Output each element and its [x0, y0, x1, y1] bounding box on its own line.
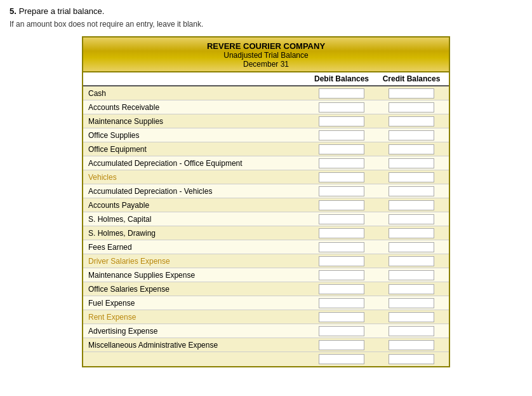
row-label: S. Holmes, Capital [86, 215, 307, 224]
company-date: December 31 [86, 60, 446, 69]
credit-input[interactable] [389, 88, 434, 99]
table-row: Vehicles [83, 170, 449, 184]
debit-cell[interactable] [307, 186, 376, 197]
data-rows: CashAccounts ReceivableMaintenance Suppl… [83, 86, 449, 352]
table-row: Office Salaries Expense [83, 282, 449, 296]
table-row: S. Holmes, Capital [83, 212, 449, 226]
credit-cell[interactable] [376, 311, 446, 323]
total-credit-cell[interactable] [376, 353, 446, 365]
credit-input[interactable] [389, 242, 434, 252]
debit-input[interactable] [319, 186, 364, 196]
debit-cell[interactable] [307, 88, 376, 99]
debit-input[interactable] [319, 116, 364, 126]
credit-cell[interactable] [376, 325, 446, 337]
debit-cell[interactable] [307, 242, 376, 253]
debit-cell[interactable] [307, 339, 376, 351]
credit-input[interactable] [389, 270, 434, 280]
debit-input[interactable] [319, 228, 364, 238]
debit-input[interactable] [319, 214, 364, 224]
table-row: Cash [83, 86, 449, 100]
credit-cell[interactable] [376, 172, 446, 183]
credit-cell[interactable] [376, 186, 446, 197]
row-label: Accounts Receivable [86, 103, 307, 112]
credit-cell[interactable] [376, 102, 446, 113]
total-debit-cell[interactable] [307, 353, 376, 365]
credit-cell[interactable] [376, 270, 446, 281]
credit-input[interactable] [389, 228, 434, 238]
credit-cell[interactable] [376, 200, 446, 211]
credit-cell[interactable] [376, 214, 446, 225]
credit-cell[interactable] [376, 242, 446, 253]
debit-cell[interactable] [307, 325, 376, 337]
debit-cell[interactable] [307, 116, 376, 127]
debit-input[interactable] [319, 340, 364, 350]
debit-cell[interactable] [307, 297, 376, 309]
credit-cell[interactable] [376, 144, 446, 155]
row-label: Office Equipment [86, 145, 307, 154]
debit-cell[interactable] [307, 102, 376, 113]
debit-cell[interactable] [307, 214, 376, 225]
credit-input[interactable] [389, 102, 434, 113]
credit-cell[interactable] [376, 116, 446, 127]
debit-cell[interactable] [307, 270, 376, 281]
debit-column-header: Debit Balances [307, 74, 376, 83]
credit-cell[interactable] [376, 88, 446, 99]
credit-input[interactable] [389, 158, 434, 168]
debit-cell[interactable] [307, 200, 376, 211]
debit-input[interactable] [319, 200, 364, 210]
debit-cell[interactable] [307, 130, 376, 141]
credit-input[interactable] [389, 214, 434, 224]
debit-cell[interactable] [307, 172, 376, 183]
credit-input[interactable] [389, 186, 434, 196]
row-label: Office Supplies [86, 131, 307, 140]
debit-input[interactable] [319, 158, 364, 168]
debit-input[interactable] [319, 270, 364, 280]
table-row: Miscellaneous Administrative Expense [83, 338, 449, 352]
debit-input[interactable] [319, 144, 364, 154]
debit-input[interactable] [319, 102, 364, 113]
credit-input[interactable] [389, 298, 434, 308]
table-row: Accounts Receivable [83, 100, 449, 114]
credit-cell[interactable] [376, 228, 446, 239]
credit-input[interactable] [389, 256, 434, 266]
table-row: S. Holmes, Drawing [83, 226, 449, 240]
credit-input[interactable] [389, 284, 434, 294]
debit-cell[interactable] [307, 311, 376, 323]
table-row: Rent Expense [83, 310, 449, 324]
debit-input[interactable] [319, 284, 364, 294]
debit-input[interactable] [319, 326, 364, 336]
debit-input[interactable] [319, 242, 364, 252]
debit-cell[interactable] [307, 283, 376, 295]
debit-input[interactable] [319, 130, 364, 140]
credit-input[interactable] [389, 116, 434, 126]
total-credit-input[interactable] [389, 354, 434, 364]
debit-input[interactable] [319, 298, 364, 308]
table-row: Maintenance Supplies Expense [83, 268, 449, 282]
row-label: Fuel Expense [86, 299, 307, 308]
credit-cell[interactable] [376, 283, 446, 295]
credit-cell[interactable] [376, 256, 446, 267]
credit-input[interactable] [389, 312, 434, 322]
table-row: Office Equipment [83, 142, 449, 156]
debit-cell[interactable] [307, 158, 376, 169]
debit-input[interactable] [319, 312, 364, 322]
row-label: Rent Expense [86, 313, 307, 322]
credit-input[interactable] [389, 130, 434, 140]
credit-cell[interactable] [376, 339, 446, 351]
row-label: Driver Salaries Expense [86, 257, 307, 266]
credit-cell[interactable] [376, 158, 446, 169]
debit-cell[interactable] [307, 144, 376, 155]
credit-input[interactable] [389, 200, 434, 210]
credit-cell[interactable] [376, 297, 446, 309]
credit-input[interactable] [389, 172, 434, 182]
credit-input[interactable] [389, 144, 434, 154]
debit-input[interactable] [319, 172, 364, 182]
debit-cell[interactable] [307, 256, 376, 267]
total-debit-input[interactable] [319, 354, 364, 364]
credit-input[interactable] [389, 340, 434, 350]
credit-input[interactable] [389, 326, 434, 336]
credit-cell[interactable] [376, 130, 446, 141]
debit-input[interactable] [319, 256, 364, 266]
debit-cell[interactable] [307, 228, 376, 239]
debit-input[interactable] [319, 88, 364, 99]
